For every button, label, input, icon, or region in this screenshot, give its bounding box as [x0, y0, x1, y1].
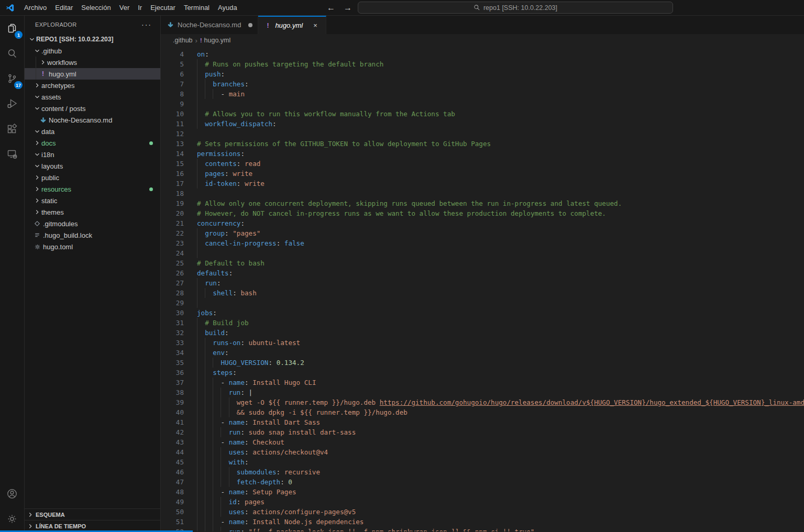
tree-item-themes[interactable]: themes [25, 206, 160, 218]
forward-arrow-icon[interactable]: → [344, 3, 352, 13]
line-content [184, 129, 197, 139]
code-line-19: 19# Allow only one concurrent deployment… [161, 198, 804, 208]
tree-item-noche-descanso-md[interactable]: Noche-Descanso.md [25, 114, 160, 126]
line-number: 6 [161, 69, 184, 79]
line-number: 46 [161, 467, 184, 477]
panel-header-l-nea-de-tiempo[interactable]: LÍNEA DE TIEMPO [25, 520, 160, 531]
line-content: HUGO_VERSION: 0.134.2 [184, 358, 304, 368]
breadcrumb-item-hugo-yml[interactable]: !hugo.yml [200, 37, 230, 44]
code-line-36: 36steps: [161, 368, 804, 378]
line-number: 41 [161, 417, 184, 427]
tree-item-resources[interactable]: resources [25, 183, 160, 195]
tree-item-data[interactable]: data [25, 126, 160, 137]
sidebar-title: EXPLORADOR [35, 21, 76, 28]
menu-item-ver[interactable]: Ver [115, 2, 134, 14]
code-line-50: 50uses: actions/configure-pages@v5 [161, 507, 804, 517]
tree-item-gitmodules[interactable]: .gitmodules [25, 218, 160, 229]
line-content [184, 99, 205, 109]
tree-item-content-posts[interactable]: content / posts [25, 103, 160, 114]
chevron-down-icon [33, 93, 41, 101]
code-line-8: 8- main [161, 89, 804, 99]
activity-explorer-button[interactable]: 1 [0, 16, 24, 41]
tree-item-workflows[interactable]: workflows [25, 57, 160, 68]
chevron-right-icon [26, 511, 35, 519]
code-editor[interactable]: 34on:5# Runs on pushes targeting the def… [161, 47, 804, 531]
chevron-down-icon [33, 127, 41, 136]
toml-file-icon [33, 242, 41, 251]
tree-item-label: public [41, 174, 59, 182]
tree-item-docs[interactable]: docs [25, 137, 160, 149]
remote-icon [6, 148, 18, 160]
code-line-20: 20# However, do NOT cancel in-progress r… [161, 208, 804, 218]
tab-hugo-yml[interactable]: !hugo.yml× [258, 16, 326, 34]
panel-header-esquema[interactable]: ESQUEMA [25, 508, 160, 520]
breadcrumb-item-github[interactable]: .github [173, 37, 193, 44]
activity-run-and-debug-button[interactable] [0, 91, 24, 116]
badge: 1 [15, 31, 23, 39]
tree-item-layouts[interactable]: layouts [25, 160, 160, 172]
line-number: 12 [161, 129, 184, 139]
activity-search-button[interactable] [0, 41, 24, 66]
code-line-15: 15contents: read [161, 159, 804, 169]
badge: 17 [14, 81, 23, 89]
tree-item-hugo-toml[interactable]: hugo.toml [25, 241, 160, 252]
command-center[interactable]: repo1 [SSH: 10.0.22.203] [358, 2, 673, 14]
account-icon [6, 487, 18, 500]
tree-item-hugo-build-lock[interactable]: .hugo_build.lock [25, 229, 160, 241]
line-content: jobs: [184, 308, 217, 318]
menu-item-archivo[interactable]: Archivo [20, 2, 51, 14]
menu-item-selecci-n[interactable]: Selección [77, 2, 115, 14]
tree-item-archetypes[interactable]: archetypes [25, 80, 160, 91]
activity-accounts-button[interactable] [0, 481, 24, 506]
code-line-39: 39wget -O ${{ runner.temp }}/hugo.deb ht… [161, 397, 804, 407]
code-line-33: 33runs-on: ubuntu-latest [161, 338, 804, 348]
menu-item-terminal[interactable]: Terminal [180, 2, 214, 14]
modified-dot-icon[interactable] [248, 23, 252, 27]
code-line-6: 6push: [161, 69, 804, 79]
code-line-23: 23cancel-in-progress: false [161, 238, 804, 248]
editor-group: Noche-Descanso.md!hugo.yml× .github›!hug… [161, 16, 804, 531]
activity-extensions-button[interactable] [0, 116, 24, 141]
menu-item-ejecutar[interactable]: Ejecutar [146, 2, 180, 14]
more-actions-icon[interactable]: ··· [141, 20, 152, 29]
chevron-right-icon [33, 185, 41, 193]
vscode-window: ArchivoEditarSelecciónVerIrEjecutarTermi… [0, 0, 804, 532]
code-line-10: 10# Allows you to run this workflow manu… [161, 109, 804, 119]
tab-noche-descanso-md[interactable]: Noche-Descanso.md [161, 16, 258, 34]
tree-item-label: static [41, 197, 57, 205]
menu-item-editar[interactable]: Editar [51, 2, 77, 14]
tree-item-github[interactable]: .github [25, 45, 160, 57]
tree-item-assets[interactable]: assets [25, 91, 160, 103]
activity-source-control-button[interactable]: 17 [0, 66, 24, 91]
line-content: id-token: write [184, 179, 265, 189]
line-number: 33 [161, 338, 184, 348]
line-number: 31 [161, 318, 184, 328]
activity-settings-button[interactable] [0, 506, 24, 531]
code-line-28: 28shell: bash [161, 288, 804, 298]
back-arrow-icon[interactable]: ← [327, 3, 335, 13]
tree-item-repo1-ssh-10-0-22-203[interactable]: REPO1 [SSH: 10.0.22.203] [25, 34, 160, 45]
close-icon[interactable]: × [310, 20, 321, 31]
line-content: run: "[[ -f package-lock.json || -f npm-… [184, 527, 534, 531]
line-content: push: [184, 69, 225, 79]
line-number: 28 [161, 288, 184, 298]
chevron-right-icon [33, 208, 41, 216]
tree-item-label: hugo.yml [49, 70, 76, 78]
tree-item-static[interactable]: static [25, 195, 160, 206]
panel-title: LÍNEA DE TIEMPO [36, 523, 86, 529]
menu-item-ayuda[interactable]: Ayuda [214, 2, 241, 14]
code-line-48: 48- name: Setup Pages [161, 487, 804, 497]
line-number: 42 [161, 427, 184, 437]
line-number: 34 [161, 348, 184, 358]
line-content: - name: Checkout [184, 437, 284, 447]
activity-remote-explorer-button[interactable] [0, 141, 24, 167]
line-number: 35 [161, 358, 184, 368]
menu-item-ir[interactable]: Ir [134, 2, 146, 14]
chevron-right-icon [33, 196, 41, 205]
tree-item-hugo-yml[interactable]: !hugo.yml [25, 68, 160, 80]
tree-item-public[interactable]: public [25, 172, 160, 183]
tree-item-i18n[interactable]: i18n [25, 149, 160, 160]
chevron-right-icon [33, 139, 41, 147]
line-number: 38 [161, 387, 184, 397]
title-bar: ArchivoEditarSelecciónVerIrEjecutarTermi… [0, 0, 804, 16]
